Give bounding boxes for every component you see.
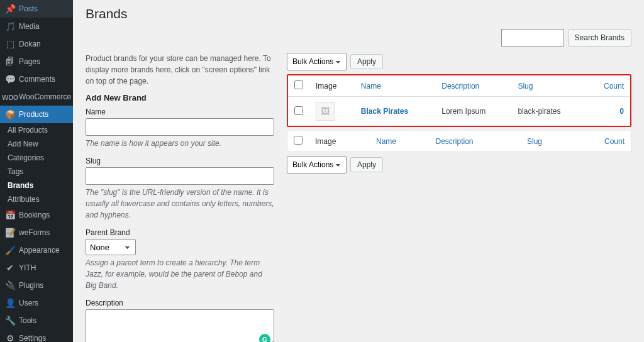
nav-tools[interactable]: 🔧Tools xyxy=(0,312,73,329)
row-checkbox[interactable] xyxy=(294,106,303,115)
nav-weforms[interactable]: 📝weForms xyxy=(0,224,73,241)
subnav-tags[interactable]: Tags xyxy=(0,165,73,179)
brands-table-footer: Image Name Description Slug Count xyxy=(287,131,631,152)
nav-woocommerce[interactable]: wooWooCommerce xyxy=(0,88,73,106)
subnav-all-products[interactable]: All Products xyxy=(0,123,73,137)
subnav-brands[interactable]: Brands xyxy=(0,179,73,192)
col-name[interactable]: Name xyxy=(355,75,435,97)
woocommerce-icon: woo xyxy=(5,92,15,102)
table-row: 🖼 Black Pirates Lorem Ipsum black-pirate… xyxy=(288,97,630,126)
weforms-icon: 📝 xyxy=(5,228,15,238)
dokan-icon: ⬚ xyxy=(5,39,15,49)
nav-settings[interactable]: ⚙Settings xyxy=(0,329,73,342)
nav-bookings[interactable]: 📅Bookings xyxy=(0,206,73,224)
row-description: Lorem Ipsum xyxy=(435,97,511,126)
brands-table: Image Name Description Slug Count 🖼 xyxy=(288,75,630,126)
nav-appearance[interactable]: 🖌️Appearance xyxy=(0,241,73,259)
subnav-attributes[interactable]: Attributes xyxy=(0,192,73,206)
subnav-add-new[interactable]: Add New xyxy=(0,137,73,151)
row-slug: black-pirates xyxy=(511,97,586,126)
apply-button-top[interactable]: Apply xyxy=(350,54,383,69)
name-desc: The name is how it appears on your site. xyxy=(86,138,274,149)
add-brand-form: Product brands for your store can be man… xyxy=(86,53,274,342)
search-input[interactable] xyxy=(501,29,564,47)
col-image: Image xyxy=(309,75,355,97)
parent-desc: Assign a parent term to create a hierarc… xyxy=(86,257,274,291)
nav-posts[interactable]: 📌Posts xyxy=(0,0,73,18)
slug-label: Slug xyxy=(86,157,274,165)
col-slug[interactable]: Slug xyxy=(511,75,586,97)
description-label: Description xyxy=(86,299,274,307)
foot-col-name[interactable]: Name xyxy=(370,131,430,152)
nav-yith[interactable]: ✔YITH xyxy=(0,259,73,277)
name-label: Name xyxy=(86,108,274,116)
select-all-checkbox[interactable] xyxy=(294,80,303,89)
main-content: Brands Search Brands Product brands for … xyxy=(73,0,644,342)
col-count[interactable]: Count xyxy=(586,75,630,97)
settings-icon: ⚙ xyxy=(5,333,15,342)
row-image-placeholder-icon: 🖼 xyxy=(316,102,335,121)
foot-col-slug[interactable]: Slug xyxy=(521,131,571,152)
appearance-icon: 🖌️ xyxy=(5,245,15,255)
nav-dokan[interactable]: ⬚Dokan xyxy=(0,35,73,53)
nav-comments[interactable]: 💬Comments xyxy=(0,70,73,88)
bookings-icon: 📅 xyxy=(5,210,15,220)
description-textarea[interactable] xyxy=(86,309,274,342)
push-pin-icon: 📌 xyxy=(5,4,15,14)
search-brands-button[interactable]: Search Brands xyxy=(568,29,631,47)
media-icon: 🎵 xyxy=(5,21,15,31)
parent-select[interactable]: None xyxy=(86,239,136,255)
nav-users[interactable]: 👤Users xyxy=(0,294,73,312)
grammarly-icon: G xyxy=(259,334,270,342)
foot-col-count[interactable]: Count xyxy=(571,131,631,152)
brands-table-highlight: Image Name Description Slug Count 🖼 xyxy=(287,74,631,127)
row-count-link[interactable]: 0 xyxy=(619,107,624,116)
admin-sidebar: 📌Posts 🎵Media ⬚Dokan 🗐Pages 💬Comments wo… xyxy=(0,0,73,342)
select-all-checkbox-bottom[interactable] xyxy=(294,136,303,145)
subnav-categories[interactable]: Categories xyxy=(0,151,73,165)
nav-products[interactable]: 📦Products xyxy=(0,106,73,123)
yith-icon: ✔ xyxy=(5,263,15,273)
products-icon: 📦 xyxy=(5,109,15,119)
nav-plugins[interactable]: 🔌Plugins xyxy=(0,277,73,294)
col-description[interactable]: Description xyxy=(435,75,511,97)
intro-text: Product brands for your store can be man… xyxy=(86,53,274,87)
tools-icon: 🔧 xyxy=(5,316,15,326)
plugins-icon: 🔌 xyxy=(5,280,15,290)
page-icon: 🗐 xyxy=(5,57,15,67)
nav-media[interactable]: 🎵Media xyxy=(0,18,73,35)
slug-input[interactable] xyxy=(86,167,274,185)
foot-col-image: Image xyxy=(309,131,370,152)
page-title: Brands xyxy=(86,6,631,21)
slug-desc: The "slug" is the URL-friendly version o… xyxy=(86,187,274,221)
bulk-actions-select-top[interactable]: Bulk Actions xyxy=(287,53,347,70)
users-icon: 👤 xyxy=(5,298,15,308)
add-brand-heading: Add New Brand xyxy=(86,93,274,102)
parent-label: Parent Brand xyxy=(86,228,274,237)
brands-list-panel: Bulk Actions Apply Image Name Descriptio… xyxy=(287,53,631,342)
bulk-actions-select-bottom[interactable]: Bulk Actions xyxy=(287,156,347,174)
foot-col-description[interactable]: Description xyxy=(430,131,521,152)
apply-button-bottom[interactable]: Apply xyxy=(350,157,383,172)
comments-icon: 💬 xyxy=(5,74,15,84)
nav-pages[interactable]: 🗐Pages xyxy=(0,53,73,70)
row-name-link[interactable]: Black Pirates xyxy=(361,107,408,116)
name-input[interactable] xyxy=(86,118,274,136)
